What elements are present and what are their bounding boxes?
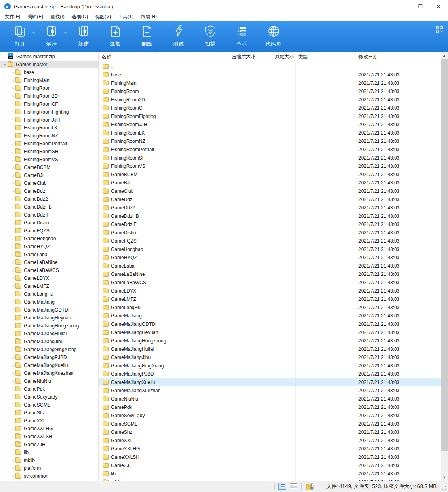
tree-item[interactable]: ›platform: [0, 464, 98, 472]
chevron-expanded-icon[interactable]: ›: [3, 62, 8, 67]
chevron-collapsed-icon[interactable]: ›: [11, 205, 15, 209]
table-row[interactable]: mklib2021/7/21 21:43:03: [99, 478, 441, 481]
table-row[interactable]: GameSGML2021/7/21 21:43:03: [99, 420, 441, 428]
table-row[interactable]: GameFQZS2021/7/21 21:43:03: [99, 237, 441, 245]
delete-button[interactable]: 删除: [131, 23, 163, 50]
tree-item[interactable]: ›GameXXL: [0, 417, 98, 425]
tree-item[interactable]: ›FishingRoomPortrait: [0, 140, 98, 148]
chevron-collapsed-icon[interactable]: ›: [11, 442, 15, 447]
chevron-collapsed-icon[interactable]: ›: [11, 78, 15, 83]
table-row[interactable]: GameMaJiangHongzhong2021/7/21 21:43:03: [99, 336, 441, 345]
tree-item[interactable]: ›GameClub: [0, 179, 98, 187]
chevron-collapsed-icon[interactable]: ›: [11, 300, 15, 304]
chevron-collapsed-icon[interactable]: ›: [11, 220, 15, 225]
table-row[interactable]: GameDdzHB2021/7/21 21:43:03: [99, 212, 441, 220]
column-header-2[interactable]: 原始大小: [257, 53, 295, 60]
chevron-collapsed-icon[interactable]: ›: [11, 268, 15, 273]
test-button[interactable]: 测试: [163, 23, 194, 50]
tree-item[interactable]: ›GameHongbao: [0, 235, 98, 243]
minimize-button[interactable]: –: [393, 0, 411, 12]
chevron-collapsed-icon[interactable]: ›: [11, 70, 15, 75]
codepage-button[interactable]: 代码页: [258, 23, 290, 50]
chevron-collapsed-icon[interactable]: ›: [11, 133, 15, 138]
tree-item[interactable]: ›GameMaJiangPJBD: [0, 353, 98, 361]
table-row[interactable]: lib2021/7/21 21:43:03: [99, 469, 441, 478]
chevron-collapsed-icon[interactable]: ›: [11, 181, 15, 186]
chevron-collapsed-icon[interactable]: ›: [11, 379, 15, 384]
table-row[interactable]: FishingRoomLK2021/7/21 21:43:03: [99, 129, 441, 137]
chevron-collapsed-icon[interactable]: ›: [11, 410, 15, 415]
table-row[interactable]: GameMaJiangHuilai2021/7/21 21:43:03: [99, 345, 441, 353]
column-header-3[interactable]: 类型: [295, 53, 356, 60]
tree-item[interactable]: ›FishingRoomNZ: [0, 132, 98, 140]
chevron-collapsed-icon[interactable]: ›: [11, 94, 15, 99]
tree-item[interactable]: ›GameMaJiangXuezhan: [0, 369, 98, 377]
tree-item[interactable]: ›base: [0, 68, 98, 76]
tree-item[interactable]: ›GameBCBM: [0, 163, 98, 171]
chevron-collapsed-icon[interactable]: ›: [11, 110, 15, 114]
chevron-collapsed-icon[interactable]: ›: [11, 387, 15, 391]
table-row[interactable]: FishingRoom2D2021/7/21 21:43:03: [99, 95, 441, 104]
table-row[interactable]: FishingRoomPortrait2021/7/21 21:43:03: [99, 145, 441, 154]
add-button[interactable]: 添加: [99, 23, 131, 50]
table-row[interactable]: GameDdz22021/7/21 21:43:03: [99, 203, 441, 212]
tree-item[interactable]: ›GameHYQZ: [0, 243, 98, 251]
table-row[interactable]: GameLongHu2021/7/21 21:43:03: [99, 303, 441, 312]
chevron-down-icon[interactable]: [63, 30, 68, 35]
view-button[interactable]: 查看: [226, 23, 258, 50]
tree-item[interactable]: ›GameLMFZ: [0, 282, 98, 290]
chevron-collapsed-icon[interactable]: ›: [11, 244, 15, 249]
column-header-0[interactable]: 名称: [99, 53, 217, 60]
table-row[interactable]: GameMaJiangPJBD2021/7/21 21:43:03: [99, 370, 441, 378]
tree-item[interactable]: ›FishingRoomSH: [0, 148, 98, 156]
chevron-collapsed-icon[interactable]: ›: [11, 197, 15, 201]
chevron-collapsed-icon[interactable]: ›: [11, 228, 15, 233]
table-row[interactable]: GameSexyLady2021/7/21 21:43:03: [99, 411, 441, 420]
table-row[interactable]: base2021/7/21 21:43:03: [99, 70, 441, 79]
tree-item[interactable]: ›mklib: [0, 456, 98, 464]
chevron-collapsed-icon[interactable]: ›: [11, 165, 15, 170]
chevron-collapsed-icon[interactable]: ›: [11, 395, 15, 399]
preview-pane-icon[interactable]: [290, 483, 297, 489]
table-row[interactable]: FishingRoomSH2021/7/21 21:43:03: [99, 154, 441, 162]
table-row[interactable]: FishingRoomNZ2021/7/21 21:43:03: [99, 137, 441, 145]
table-row[interactable]: GameDishu2021/7/21 21:43:03: [99, 228, 441, 237]
table-row[interactable]: GameMaJiangNingXiang2021/7/21 21:43:03: [99, 361, 441, 370]
table-row[interactable]: FishingRoomJJH2021/7/21 21:43:03: [99, 120, 441, 129]
chevron-collapsed-icon[interactable]: ›: [11, 157, 15, 162]
chevron-collapsed-icon[interactable]: ›: [11, 418, 15, 423]
menu-item-options[interactable]: 选项(O): [68, 13, 92, 21]
table-row[interactable]: GameLMFZ2021/7/21 21:43:03: [99, 295, 441, 303]
scrollbar-thumb[interactable]: [441, 59, 448, 451]
chevron-collapsed-icon[interactable]: ›: [11, 315, 15, 320]
tree-item[interactable]: ›FishingRoom: [0, 84, 98, 92]
scan-button[interactable]: 扫描: [194, 23, 226, 50]
tree-item[interactable]: ›GameDdz: [0, 187, 98, 195]
chevron-collapsed-icon[interactable]: ›: [11, 323, 15, 328]
chevron-collapsed-icon[interactable]: ›: [11, 149, 15, 154]
tree-item[interactable]: ›GameLongHu: [0, 290, 98, 298]
column-header-1[interactable]: 压缩后大小: [217, 53, 257, 60]
menu-item-find[interactable]: 查找(I): [47, 13, 68, 21]
chevron-collapsed-icon[interactable]: ›: [11, 189, 15, 194]
table-row[interactable]: GameBCBM2021/7/21 21:43:03: [99, 170, 441, 179]
menu-item-file[interactable]: 文件(F): [1, 13, 24, 21]
resize-grip[interactable]: [441, 485, 447, 491]
chevron-collapsed-icon[interactable]: ›: [11, 458, 15, 463]
table-row[interactable]: GameXXL2021/7/21 21:43:03: [99, 436, 441, 445]
tree-item[interactable]: ›FishingMain: [0, 76, 98, 84]
tree-item[interactable]: ›svrcommon: [0, 472, 98, 480]
chevron-collapsed-icon[interactable]: ›: [11, 236, 15, 241]
tree-item[interactable]: ›GameDdzHB: [0, 203, 98, 211]
chevron-collapsed-icon[interactable]: ›: [11, 474, 15, 479]
tree-item[interactable]: ›FishingRoomLK: [0, 124, 98, 132]
tree-item[interactable]: ›GameDdz2: [0, 195, 98, 203]
tree-item[interactable]: ›GameMaJiangXueliu: [0, 361, 98, 369]
table-row[interactable]: GameMaJiangXueliu2021/7/21 21:43:03: [99, 378, 441, 386]
table-row[interactable]: GameLaba2021/7/21 21:43:03: [99, 262, 441, 270]
table-row[interactable]: GameMaJiang2021/7/21 21:43:03: [99, 312, 441, 320]
table-row[interactable]: GamePdk2021/7/21 21:43:03: [99, 403, 441, 411]
chevron-collapsed-icon[interactable]: ›: [11, 252, 15, 257]
new-button[interactable]: 新建: [68, 23, 99, 50]
menu-item-tools[interactable]: 工具(T): [114, 13, 137, 21]
